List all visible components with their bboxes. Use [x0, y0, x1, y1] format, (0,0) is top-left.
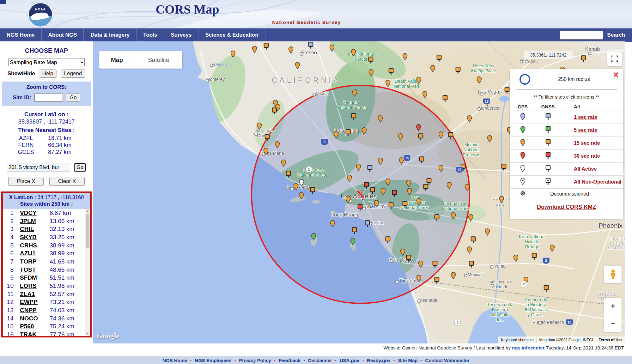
gnss-marker-icon[interactable]	[535, 113, 561, 121]
cors-site-marker[interactable]	[487, 135, 491, 141]
cors-site-marker[interactable]	[365, 220, 369, 226]
cors-site-marker[interactable]	[272, 107, 276, 113]
gnss-marker-icon[interactable]	[535, 178, 561, 186]
nav-item-about-ngs[interactable]: About NGS	[42, 28, 84, 42]
cors-site-marker[interactable]	[416, 275, 421, 281]
cors-site-marker[interactable]	[434, 277, 439, 283]
zoom-in-button[interactable]: +	[604, 298, 622, 315]
cors-site-marker[interactable]	[368, 69, 373, 75]
nav-item-surveys[interactable]: Surveys	[164, 28, 198, 42]
gps-marker-icon[interactable]	[510, 113, 535, 121]
site-code-link[interactable]: VDCY	[15, 209, 46, 216]
cors-site-marker[interactable]	[357, 204, 362, 210]
cors-site-marker[interactable]	[399, 157, 403, 163]
footer-link-nos-home[interactable]: NOS Home	[162, 358, 187, 363]
cors-site-marker[interactable]	[310, 187, 314, 193]
cors-site-marker[interactable]	[438, 131, 443, 137]
cors-site-marker[interactable]	[430, 65, 434, 71]
cors-site-marker[interactable]	[392, 190, 396, 196]
cors-site-marker[interactable]	[299, 192, 303, 198]
place-x-button[interactable]: Place X	[8, 177, 44, 186]
cors-site-marker[interactable]	[286, 171, 290, 177]
cors-site-marker[interactable]	[308, 42, 313, 48]
cors-site-marker[interactable]	[423, 184, 428, 190]
cors-site-marker[interactable]	[400, 249, 404, 255]
gps-marker-icon[interactable]	[510, 152, 535, 160]
cors-site-marker[interactable]	[416, 124, 420, 130]
cors-site-marker[interactable]	[451, 212, 455, 218]
cors-site-marker[interactable]	[504, 87, 509, 93]
gps-marker-icon[interactable]	[510, 126, 535, 134]
help-button[interactable]: Help	[39, 70, 57, 78]
cors-site-marker[interactable]	[257, 123, 261, 129]
site-code-link[interactable]: JPLM	[15, 218, 46, 225]
cors-site-marker[interactable]	[407, 188, 411, 194]
site-code-link[interactable]: P560	[15, 323, 46, 330]
cors-site-marker[interactable]	[422, 91, 427, 97]
legend-link[interactable]: 1 sec rate	[574, 114, 597, 120]
gnss-marker-icon[interactable]	[535, 139, 561, 147]
gnss-marker-icon[interactable]	[535, 126, 561, 134]
cors-site-marker[interactable]	[544, 285, 548, 291]
cors-site-marker[interactable]	[501, 164, 506, 170]
footer-link-site-map[interactable]: Site Map	[398, 358, 418, 363]
cors-site-marker[interactable]	[293, 183, 298, 189]
map-canvas[interactable]: SalinasMontereyFresnoCALIFORNIAInyo Nati…	[93, 41, 625, 343]
cors-site-marker[interactable]	[264, 134, 269, 140]
cors-site-marker[interactable]	[264, 43, 268, 49]
legend-link[interactable]: 15 sec rate	[574, 140, 600, 146]
cors-site-marker[interactable]	[581, 55, 585, 61]
cors-site-marker[interactable]	[370, 187, 374, 193]
cors-site-marker[interactable]	[419, 156, 423, 162]
gps-marker-icon[interactable]	[510, 178, 535, 186]
legend-close-icon[interactable]: ✕	[613, 71, 619, 79]
cors-site-marker[interactable]	[388, 68, 393, 74]
cors-site-marker[interactable]	[550, 245, 554, 251]
legend-button[interactable]: Legend	[61, 70, 86, 78]
site-code-link[interactable]: TOST	[15, 266, 46, 273]
cors-site-marker[interactable]	[406, 255, 410, 261]
cors-site-marker[interactable]	[230, 51, 235, 57]
cors-site-marker[interactable]	[532, 253, 536, 259]
cors-site-marker[interactable]	[295, 62, 299, 68]
cors-site-marker[interactable]	[281, 160, 285, 166]
cors-site-marker[interactable]	[356, 164, 360, 170]
cors-site-marker[interactable]	[426, 178, 431, 184]
scroll-down-arrow[interactable]: ▼	[85, 331, 90, 336]
site-code-link[interactable]: SKYB	[15, 234, 46, 241]
search-input[interactable]	[560, 31, 603, 39]
map-type-select[interactable]: Sampling Rate Map	[8, 58, 85, 66]
cors-site-marker[interactable]	[451, 272, 455, 278]
site-code-link[interactable]: LORS	[15, 282, 46, 289]
address-input[interactable]	[7, 163, 70, 172]
cors-site-marker[interactable]	[329, 45, 334, 51]
cors-site-marker[interactable]	[367, 165, 372, 171]
gnss-marker-icon[interactable]	[535, 152, 561, 160]
fullscreen-button[interactable]	[607, 52, 622, 66]
street-view-pegman-button[interactable]	[604, 266, 622, 283]
site-code-link[interactable]: ZLA1	[15, 291, 46, 298]
decommissioned-icon[interactable]	[510, 191, 535, 197]
cors-site-marker[interactable]	[368, 57, 373, 63]
cors-site-marker[interactable]	[311, 233, 315, 239]
cors-site-marker[interactable]	[467, 246, 471, 252]
footer-link-disclaimer[interactable]: Disclaimer	[308, 358, 332, 363]
cors-site-marker[interactable]	[432, 261, 437, 267]
cors-site-marker[interactable]	[330, 220, 334, 226]
gps-marker-icon[interactable]	[510, 165, 535, 173]
site-code-link[interactable]: EWPP	[15, 299, 46, 306]
site-id-input[interactable]	[34, 94, 63, 102]
cors-site-marker[interactable]	[378, 158, 382, 164]
download-cors-kmz-link[interactable]: Download CORS KMZ	[537, 204, 596, 210]
site-code-link[interactable]: CHIL	[15, 226, 46, 233]
cors-site-marker[interactable]	[438, 165, 443, 171]
cors-site-marker[interactable]	[352, 227, 356, 233]
map-view-button[interactable]: Map	[99, 51, 135, 69]
site-code-link[interactable]: CNPP	[15, 307, 46, 314]
nav-item-tools[interactable]: Tools	[137, 28, 164, 42]
cors-site-marker[interactable]	[442, 95, 447, 101]
site-code-link[interactable]: TRAK	[15, 331, 46, 336]
cors-site-marker[interactable]	[398, 133, 402, 139]
nav-item-science-education[interactable]: Science & Education	[198, 28, 265, 42]
cors-site-marker[interactable]	[416, 77, 421, 83]
